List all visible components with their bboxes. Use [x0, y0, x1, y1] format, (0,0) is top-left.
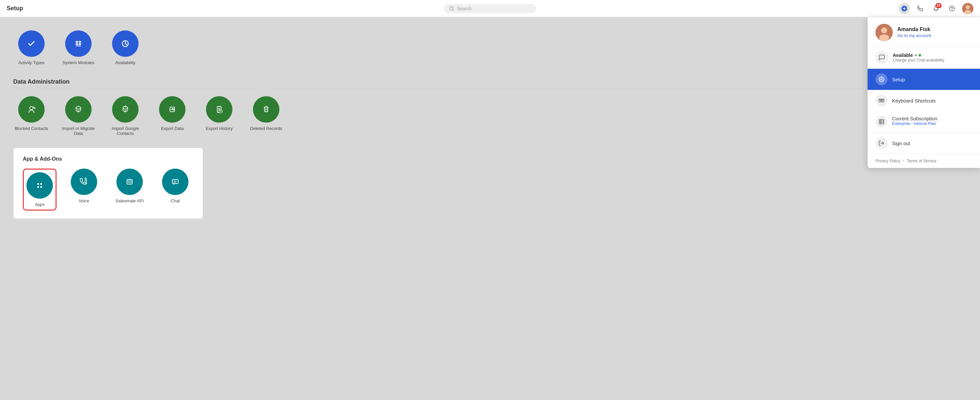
dropdown-subscription[interactable]: Current Subscription Enterprise - Intern…	[868, 111, 980, 133]
salesmate-api-item[interactable]: Salesmate API	[111, 168, 148, 211]
svg-rect-49	[37, 183, 39, 185]
svg-point-66	[879, 34, 889, 41]
dropdown-avatar	[875, 24, 893, 41]
system-modules-label: System Modules	[62, 60, 94, 65]
dropdown-signout[interactable]: Sign out	[868, 133, 980, 154]
keyboard-shortcuts-label: Keyboard Shortcuts	[892, 98, 936, 103]
addons-grid: Apps Voice	[23, 168, 193, 211]
svg-point-74	[880, 100, 880, 100]
deleted-records-label: Deleted Records	[250, 126, 282, 131]
go-to-account-link[interactable]: Go to my account	[897, 33, 931, 38]
import-migrate-item[interactable]: Import or Migrate Data	[60, 96, 97, 136]
privacy-policy-link[interactable]: Privacy Policy	[875, 159, 900, 163]
voice-icon	[71, 168, 97, 195]
help-button[interactable]	[946, 3, 958, 14]
phone-icon	[917, 6, 923, 11]
blocked-contacts-item[interactable]: Blocked Contacts	[13, 96, 49, 136]
notification-badge: 24	[935, 3, 942, 8]
svg-rect-13	[76, 43, 78, 45]
import-google-label: Import Google Contacts	[107, 126, 143, 136]
svg-line-41	[221, 111, 221, 112]
chat-item[interactable]: Chat	[157, 168, 193, 211]
svg-point-76	[882, 100, 883, 100]
svg-point-34	[213, 103, 225, 115]
activity-types-item[interactable]: Activity Types	[13, 30, 49, 65]
voice-item[interactable]: Voice	[66, 168, 102, 211]
page-title: Setup	[6, 5, 23, 12]
footer-dot: •	[903, 159, 904, 163]
apps-label: Apps	[35, 202, 45, 207]
blocked-contacts-label: Blocked Contacts	[14, 126, 48, 131]
deleted-records-icon	[253, 96, 279, 123]
dropdown-setup-item[interactable]: Setup	[868, 69, 980, 90]
availability-item[interactable]: Availability	[107, 30, 143, 65]
svg-point-67	[881, 79, 883, 80]
setup-menu-label: Setup	[892, 77, 905, 82]
svg-rect-50	[40, 183, 42, 185]
plus-icon	[901, 6, 907, 11]
avatar-button[interactable]	[962, 3, 974, 14]
export-history-label: Export History	[206, 126, 233, 131]
svg-point-77	[883, 100, 883, 100]
export-history-item[interactable]: Export History	[201, 96, 237, 136]
svg-point-75	[881, 100, 881, 100]
import-migrate-icon	[65, 96, 92, 123]
phone-button[interactable]	[915, 3, 926, 14]
add-button[interactable]	[899, 3, 910, 14]
help-icon	[949, 6, 955, 11]
keyboard-icon	[875, 95, 888, 106]
availability-status: Available ▾	[893, 52, 944, 58]
svg-rect-11	[76, 41, 78, 43]
import-google-item[interactable]: Import Google Contacts	[107, 96, 143, 136]
dropdown-availability[interactable]: Available ▾ Change your Chat availabilit…	[868, 47, 980, 69]
svg-rect-14	[79, 43, 81, 45]
export-data-item[interactable]: Export Data	[154, 96, 191, 136]
system-modules-item[interactable]: System Modules	[60, 30, 97, 65]
availability-label: Availability	[115, 60, 135, 65]
activity-types-icon	[18, 30, 45, 57]
dropdown-username: Amanda Fisk	[897, 27, 931, 32]
data-admin-title: Data Administration	[13, 78, 967, 85]
dropdown-user-section: Amanda Fisk Go to my account	[868, 17, 980, 47]
availability-sub-label: Change your Chat availability	[893, 58, 944, 62]
subscription-icon	[875, 116, 888, 128]
addons-box: App & Add-Ons Apps	[13, 148, 203, 219]
svg-rect-78	[879, 119, 884, 124]
svg-point-60	[169, 176, 181, 188]
data-admin-grid: Blocked Contacts Import or Migrate Data	[13, 96, 967, 136]
subscription-plan: Enterprise - Internal Plan	[892, 121, 937, 126]
salesmate-api-label: Salesmate API	[115, 198, 143, 203]
subscription-info: Current Subscription Enterprise - Intern…	[892, 116, 937, 126]
voice-label: Voice	[79, 198, 89, 203]
apps-item[interactable]: Apps	[23, 168, 57, 211]
availability-icon	[112, 30, 138, 57]
available-label: Available	[893, 52, 913, 58]
svg-rect-68	[879, 99, 884, 102]
svg-point-48	[34, 179, 46, 191]
chevron-down-icon: ▾	[915, 54, 916, 57]
system-modules-icon	[65, 30, 92, 57]
availability-text: Available ▾ Change your Chat availabilit…	[893, 52, 944, 62]
search-icon	[449, 6, 454, 11]
import-google-icon	[112, 96, 138, 123]
dropdown-keyboard-shortcuts-item[interactable]: Keyboard Shortcuts	[868, 90, 980, 111]
blocked-contacts-icon	[18, 96, 45, 123]
data-admin-section: Data Administration Blocked Contacts	[13, 78, 967, 136]
salesmate-api-icon	[116, 168, 143, 195]
deleted-records-item[interactable]: Deleted Records	[248, 96, 284, 136]
topbar: Setup Search 24	[0, 0, 980, 17]
section-divider	[13, 88, 967, 88]
search-bar[interactable]: Search	[444, 4, 536, 13]
svg-rect-15	[76, 46, 81, 46]
export-history-icon	[206, 96, 232, 123]
dropdown-footer: Privacy Policy • Terms of Service	[868, 154, 980, 168]
availability-chat-icon	[875, 51, 888, 64]
svg-point-65	[881, 27, 887, 33]
notifications-button[interactable]: 24	[931, 3, 942, 14]
svg-point-23	[72, 103, 84, 115]
user-dropdown-menu: Amanda Fisk Go to my account Available ▾…	[868, 17, 980, 168]
chat-label: Chat	[170, 198, 180, 203]
terms-of-service-link[interactable]: Terms of Service	[907, 159, 936, 163]
main-content: Activity Types System Modules	[0, 17, 980, 400]
chat-icon	[162, 168, 188, 195]
